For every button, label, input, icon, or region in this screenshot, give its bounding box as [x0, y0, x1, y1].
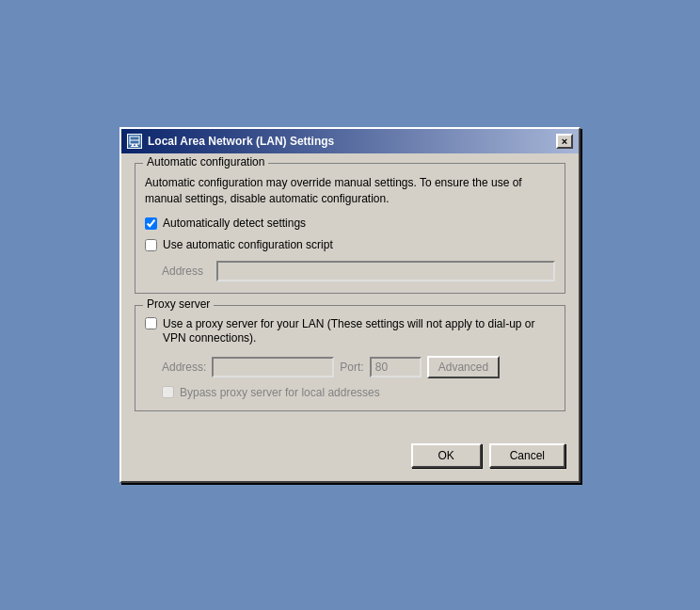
- use-proxy-label: Use a proxy server for your LAN (These s…: [163, 317, 555, 346]
- dialog-body: Automatic configuration Automatic config…: [121, 153, 579, 436]
- auto-config-address-input[interactable]: [216, 261, 555, 281]
- proxy-server-group: Proxy server Use a proxy server for your…: [135, 305, 565, 411]
- svg-rect-3: [135, 144, 137, 146]
- bypass-label: Bypass proxy server for local addresses: [180, 386, 380, 399]
- proxy-server-group-label: Proxy server: [143, 297, 214, 311]
- svg-rect-4: [131, 146, 138, 147]
- proxy-port-label: Port:: [340, 361, 363, 374]
- advanced-button[interactable]: Advanced: [427, 356, 500, 378]
- use-script-row: Use automatic configuration script: [145, 238, 555, 253]
- auto-config-group-label: Automatic configuration: [143, 155, 268, 169]
- lan-settings-dialog: Local Area Network (LAN) Settings × Auto…: [119, 127, 581, 483]
- dialog-footer: OK Cancel: [121, 436, 579, 481]
- title-bar: Local Area Network (LAN) Settings ×: [121, 129, 579, 153]
- auto-config-description: Automatic configuration may override man…: [145, 175, 555, 207]
- bypass-checkbox[interactable]: [162, 386, 174, 398]
- auto-config-group: Automatic configuration Automatic config…: [135, 163, 565, 294]
- dialog-icon: [127, 134, 142, 149]
- proxy-address-label: Address:: [162, 361, 206, 374]
- use-script-checkbox[interactable]: [145, 239, 157, 251]
- use-proxy-row: Use a proxy server for your LAN (These s…: [145, 317, 555, 346]
- auto-detect-label: Automatically detect settings: [163, 217, 306, 232]
- svg-rect-2: [132, 144, 134, 146]
- cancel-button[interactable]: Cancel: [489, 443, 565, 468]
- proxy-address-input[interactable]: [212, 357, 334, 377]
- auto-config-address-label: Address: [162, 265, 209, 278]
- proxy-fields-row: Address: Port: Advanced: [162, 356, 555, 378]
- ok-button[interactable]: OK: [411, 443, 482, 468]
- auto-detect-row: Automatically detect settings: [145, 217, 555, 232]
- bypass-row: Bypass proxy server for local addresses: [162, 386, 555, 399]
- dialog-title: Local Area Network (LAN) Settings: [148, 135, 334, 148]
- auto-config-address-row: Address: [162, 261, 555, 281]
- close-button[interactable]: ×: [556, 134, 573, 149]
- auto-detect-checkbox[interactable]: [145, 217, 157, 230]
- title-bar-left: Local Area Network (LAN) Settings: [127, 134, 334, 149]
- use-script-label: Use automatic configuration script: [163, 238, 333, 253]
- proxy-port-input[interactable]: [370, 357, 422, 377]
- use-proxy-checkbox[interactable]: [145, 317, 157, 329]
